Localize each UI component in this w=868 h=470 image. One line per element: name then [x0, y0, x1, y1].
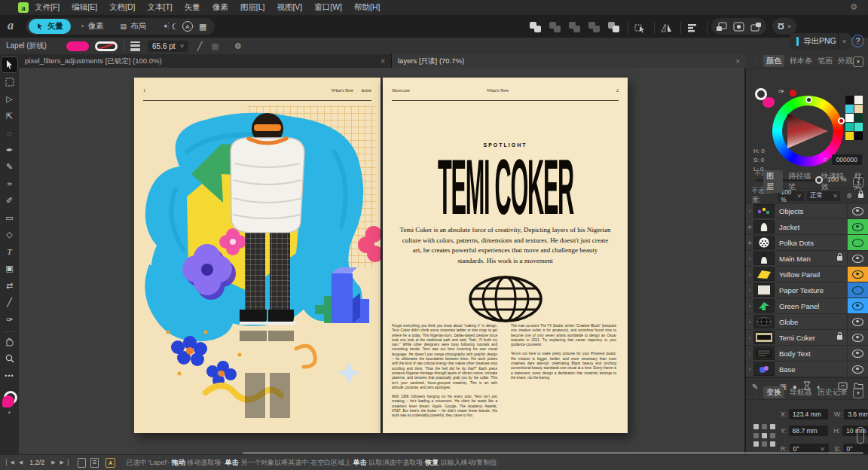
single-page-view-icon[interactable]	[78, 458, 86, 468]
layer-row-body-text[interactable]: ▫ Body Text	[746, 346, 868, 362]
export-png-button[interactable]: 导出PNG	[790, 33, 843, 50]
layer-row-jacket[interactable]: ∗ Jacket	[746, 219, 868, 235]
shape-tool[interactable]: ◇	[2, 227, 17, 243]
w-field[interactable]: 3.6 mm	[844, 409, 868, 420]
pencil-tool[interactable]: ✎	[2, 160, 17, 175]
lock-toggle-icon[interactable]	[858, 194, 863, 198]
collapse-panel-button[interactable]: ▼	[853, 388, 863, 398]
swatch[interactable]	[854, 123, 863, 131]
point-transform-tool[interactable]: ⇄	[2, 278, 17, 293]
panel-drag-handle[interactable]: ⋮	[753, 58, 760, 65]
artistic-text-tool[interactable]: T	[2, 244, 17, 259]
picked-color-dot[interactable]	[790, 90, 796, 96]
visibility-toggle[interactable]	[847, 362, 868, 377]
apps-grid-icon[interactable]: ▦	[199, 22, 206, 32]
layer-name[interactable]: Temi Coker	[779, 334, 837, 342]
layer-row-green-panel[interactable]: › Green Panel	[746, 298, 868, 314]
tab-history[interactable]: 历史记录	[818, 387, 848, 398]
menu-edit[interactable]: 编辑[E]	[66, 2, 103, 13]
link-aspect-icon[interactable]	[857, 427, 864, 444]
panel-drag-handle[interactable]: ⋮	[753, 389, 760, 396]
prev-page-button[interactable]: ◀	[19, 459, 23, 465]
swatch[interactable]	[854, 105, 863, 113]
boolean-divide-icon[interactable]	[608, 22, 621, 33]
boolean-xor-icon[interactable]	[588, 22, 601, 33]
doc-tab-pixel-filters[interactable]: pixel_filters_adjustments [已锁定] (100.0%)…	[19, 54, 392, 68]
chevron-down-icon[interactable]: ∨	[787, 23, 792, 29]
persona-layout[interactable]: ▤ 布局	[112, 20, 154, 33]
swatch[interactable]	[854, 96, 863, 104]
menu-file[interactable]: 文件[F]	[29, 2, 66, 13]
expand-chevron-icon[interactable]: ›	[746, 208, 753, 215]
flip-horizontal-icon[interactable]	[661, 23, 674, 32]
tab-stroke[interactable]: 笔画	[818, 56, 833, 66]
tab-navigator[interactable]: 导航器	[790, 387, 812, 398]
layer-name[interactable]: Green Panel	[779, 302, 848, 310]
boolean-add-icon[interactable]	[530, 22, 542, 33]
contour-tool[interactable]: ⇱	[2, 108, 17, 124]
rectangle-tool[interactable]: ▭	[2, 210, 17, 225]
pressure-profile-icon[interactable]: ▦	[211, 41, 219, 51]
menu-window[interactable]: 窗口[W]	[308, 2, 348, 13]
layer-name[interactable]: Polka Dots	[779, 239, 848, 247]
close-icon[interactable]: ×	[381, 57, 385, 66]
hue-marker[interactable]	[805, 96, 812, 103]
move-tool[interactable]	[1, 56, 18, 73]
menu-view[interactable]: 视图[V]	[270, 2, 308, 13]
expand-chevron-icon[interactable]: ›	[746, 366, 753, 373]
layer-name[interactable]: Body Text	[779, 349, 847, 358]
layer-row-main-man[interactable]: › Main Man	[746, 251, 868, 267]
menu-layer[interactable]: 图层[L]	[234, 2, 271, 13]
layer-row-base[interactable]: › Base	[746, 362, 868, 377]
canvas-hscrollbar[interactable]	[243, 452, 863, 454]
layer-name[interactable]: Base	[779, 365, 847, 374]
stroke-style-icon[interactable]	[130, 40, 140, 53]
panel-drag-handle[interactable]: ⋮	[753, 179, 760, 185]
next-page-button[interactable]: ▶	[51, 459, 55, 465]
vector-brush-tool[interactable]: ≈	[2, 176, 17, 191]
help-button[interactable]: ?	[851, 35, 864, 47]
tab-swatches[interactable]: 样本条	[790, 56, 812, 66]
first-page-button[interactable]: ▏◀	[6, 459, 14, 465]
anchor-point-selector[interactable]	[753, 424, 776, 448]
swatch[interactable]	[845, 105, 854, 113]
preflight-warning-icon[interactable]: A	[105, 458, 115, 468]
collapse-panel-button[interactable]: ▼	[853, 177, 863, 188]
fill-color-swatch[interactable]	[66, 41, 89, 51]
boolean-subtract-icon[interactable]	[549, 22, 562, 33]
layer-name[interactable]: Globe	[779, 318, 847, 326]
hand-tool[interactable]	[2, 334, 17, 349]
color-well[interactable]	[2, 391, 17, 407]
y-field[interactable]: 68.7 mm	[789, 426, 828, 436]
doc-tab-layers[interactable]: layers [只读] (70.7%) ×	[392, 54, 746, 68]
expand-chevron-icon[interactable]: ›	[746, 255, 753, 262]
chevron-down-icon[interactable]: ▼	[8, 410, 12, 415]
persona-vector[interactable]: 矢量	[29, 19, 71, 34]
layer-name[interactable]: Main Man	[779, 255, 837, 263]
lock-icon[interactable]	[837, 256, 842, 261]
menu-pixel[interactable]: 像素	[206, 2, 234, 13]
eyedropper-icon[interactable]: ✑	[778, 87, 784, 96]
layer-settings-gear-icon[interactable]: ⚙	[846, 192, 852, 200]
insert-on-top-icon[interactable]	[750, 22, 762, 32]
artboard-tool[interactable]	[2, 75, 17, 90]
hex-field[interactable]: #: 000000	[824, 154, 862, 165]
page-left[interactable]: 1 What's New Artist	[134, 78, 381, 433]
saturation-marker[interactable]	[838, 118, 845, 124]
toolbar-overflow-icon[interactable]: ⋮	[164, 21, 173, 31]
tab-transform[interactable]: 变换	[763, 386, 784, 398]
layer-name[interactable]: Yellow Panel	[779, 270, 848, 279]
fill-color-indicator[interactable]	[2, 395, 14, 407]
stroke-width-dropdown[interactable]: 65.6 pt ∨	[148, 41, 188, 52]
visibility-toggle[interactable]	[848, 267, 868, 282]
tab-appearance[interactable]: 外观	[838, 56, 853, 66]
visibility-toggle[interactable]	[848, 219, 868, 234]
menu-help[interactable]: 帮助[H]	[348, 2, 386, 13]
layer-name[interactable]: Objects	[779, 207, 847, 215]
more-tools-button[interactable]: •••	[2, 368, 17, 383]
insert-inside-icon[interactable]	[733, 22, 744, 32]
translate-icon[interactable]: A	[182, 21, 193, 32]
export-options-chevron[interactable]: ∨	[838, 33, 851, 50]
visibility-toggle[interactable]	[847, 314, 868, 329]
layer-row-temi-coker[interactable]: ▫ Temi Coker	[746, 330, 868, 346]
